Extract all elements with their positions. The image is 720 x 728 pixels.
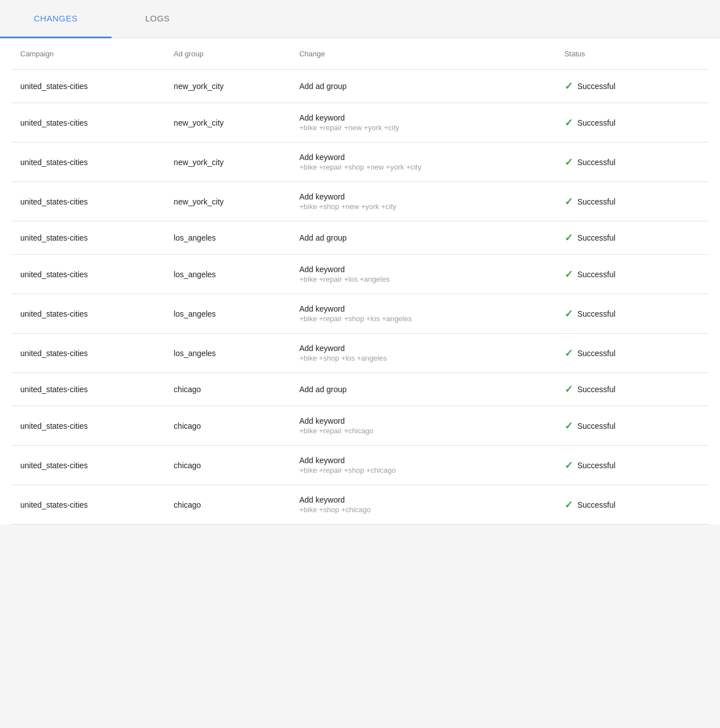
checkmark-icon: ✓ (565, 156, 573, 168)
cell-status: ✓Successful (555, 255, 709, 294)
cell-adgroup: los_angeles (165, 255, 290, 294)
cell-adgroup: new_york_city (165, 103, 290, 143)
checkmark-icon: ✓ (565, 117, 573, 129)
changes-table-container: Campaign Ad group Change Status united_s… (0, 38, 720, 525)
table-row: united_states-citiesnew_york_cityAdd key… (11, 143, 709, 182)
change-main-text: Add ad group (299, 385, 546, 394)
header-change: Change (290, 38, 555, 70)
cell-campaign: united_states-cities (11, 221, 165, 255)
cell-campaign: united_states-cities (11, 182, 165, 221)
cell-adgroup: new_york_city (165, 143, 290, 182)
cell-status: ✓Successful (555, 294, 709, 334)
change-main-text: Add keyword (299, 153, 546, 162)
change-main-text: Add keyword (299, 344, 546, 353)
cell-status: ✓Successful (555, 70, 709, 103)
table-row: united_states-citieschicagoAdd ad group✓… (11, 373, 709, 406)
table-row: united_states-citieschicagoAdd keyword+b… (11, 485, 709, 525)
cell-status: ✓Successful (555, 182, 709, 221)
change-main-text: Add keyword (299, 265, 546, 274)
tab-logs[interactable]: LOGS (112, 0, 204, 38)
checkmark-icon: ✓ (565, 268, 573, 281)
header-status: Status (555, 38, 709, 70)
table-row: united_states-citiesnew_york_cityAdd key… (11, 182, 709, 221)
cell-campaign: united_states-cities (11, 373, 165, 406)
changes-table: Campaign Ad group Change Status united_s… (11, 38, 709, 525)
status-label: Successful (577, 461, 616, 470)
cell-campaign: united_states-cities (11, 103, 165, 143)
cell-change: Add keyword+bike +repair +shop +los +ang… (290, 294, 555, 334)
change-detail-text: +bike +repair +los +angeles (299, 275, 546, 283)
table-row: united_states-citieschicagoAdd keyword+b… (11, 446, 709, 485)
tabs-bar: CHANGES LOGS (0, 0, 720, 38)
cell-change: Add keyword+bike +repair +new +york +cit… (290, 103, 555, 143)
cell-change: Add keyword+bike +repair +los +angeles (290, 255, 555, 294)
change-main-text: Add keyword (299, 416, 546, 425)
table-row: united_states-citiesnew_york_cityAdd ad … (11, 70, 709, 103)
cell-change: Add keyword+bike +shop +chicago (290, 485, 555, 525)
cell-status: ✓Successful (555, 446, 709, 485)
cell-change: Add keyword+bike +repair +shop +new +yor… (290, 143, 555, 182)
cell-status: ✓Successful (555, 103, 709, 143)
cell-adgroup: chicago (165, 446, 290, 485)
cell-change: Add keyword+bike +repair +chicago (290, 406, 555, 446)
change-main-text: Add ad group (299, 233, 546, 242)
header-adgroup: Ad group (165, 38, 290, 70)
cell-campaign: united_states-cities (11, 255, 165, 294)
cell-adgroup: los_angeles (165, 334, 290, 373)
change-detail-text: +bike +repair +shop +chicago (299, 466, 546, 474)
change-detail-text: +bike +repair +shop +new +york +city (299, 163, 546, 171)
cell-adgroup: los_angeles (165, 221, 290, 255)
change-main-text: Add keyword (299, 495, 546, 504)
cell-campaign: united_states-cities (11, 485, 165, 525)
table-header-row: Campaign Ad group Change Status (11, 38, 709, 70)
cell-change: Add keyword+bike +shop +los +angeles (290, 334, 555, 373)
cell-status: ✓Successful (555, 221, 709, 255)
cell-campaign: united_states-cities (11, 406, 165, 446)
cell-change: Add ad group (290, 70, 555, 103)
cell-status: ✓Successful (555, 406, 709, 446)
cell-campaign: united_states-cities (11, 143, 165, 182)
cell-adgroup: new_york_city (165, 70, 290, 103)
status-label: Successful (577, 500, 616, 509)
status-label: Successful (577, 82, 616, 91)
table-row: united_states-citieslos_angelesAdd keywo… (11, 255, 709, 294)
cell-status: ✓Successful (555, 373, 709, 406)
table-row: united_states-citieslos_angelesAdd keywo… (11, 294, 709, 334)
status-label: Successful (577, 118, 616, 127)
table-row: united_states-citieschicagoAdd keyword+b… (11, 406, 709, 446)
change-main-text: Add keyword (299, 113, 546, 122)
checkmark-icon: ✓ (565, 459, 573, 472)
checkmark-icon: ✓ (565, 347, 573, 359)
status-label: Successful (577, 349, 616, 358)
cell-campaign: united_states-cities (11, 294, 165, 334)
cell-change: Add ad group (290, 373, 555, 406)
cell-change: Add ad group (290, 221, 555, 255)
change-main-text: Add keyword (299, 456, 546, 465)
cell-adgroup: los_angeles (165, 294, 290, 334)
change-detail-text: +bike +shop +chicago (299, 505, 546, 514)
change-detail-text: +bike +repair +shop +los +angeles (299, 314, 546, 323)
checkmark-icon: ✓ (565, 232, 573, 244)
status-label: Successful (577, 385, 616, 394)
cell-adgroup: chicago (165, 406, 290, 446)
cell-adgroup: chicago (165, 485, 290, 525)
status-label: Successful (577, 309, 616, 318)
change-main-text: Add keyword (299, 304, 546, 313)
checkmark-icon: ✓ (565, 420, 573, 432)
change-detail-text: +bike +repair +chicago (299, 427, 546, 435)
cell-status: ✓Successful (555, 485, 709, 525)
cell-status: ✓Successful (555, 334, 709, 373)
change-detail-text: +bike +shop +new +york +city (299, 202, 546, 211)
cell-status: ✓Successful (555, 143, 709, 182)
change-main-text: Add ad group (299, 82, 546, 91)
status-label: Successful (577, 197, 616, 206)
cell-change: Add keyword+bike +shop +new +york +city (290, 182, 555, 221)
tab-changes[interactable]: CHANGES (0, 0, 112, 38)
change-detail-text: +bike +shop +los +angeles (299, 354, 546, 362)
table-row: united_states-citieslos_angelesAdd ad gr… (11, 221, 709, 255)
change-main-text: Add keyword (299, 192, 546, 201)
cell-change: Add keyword+bike +repair +shop +chicago (290, 446, 555, 485)
table-row: united_states-citieslos_angelesAdd keywo… (11, 334, 709, 373)
header-campaign: Campaign (11, 38, 165, 70)
status-label: Successful (577, 233, 616, 242)
